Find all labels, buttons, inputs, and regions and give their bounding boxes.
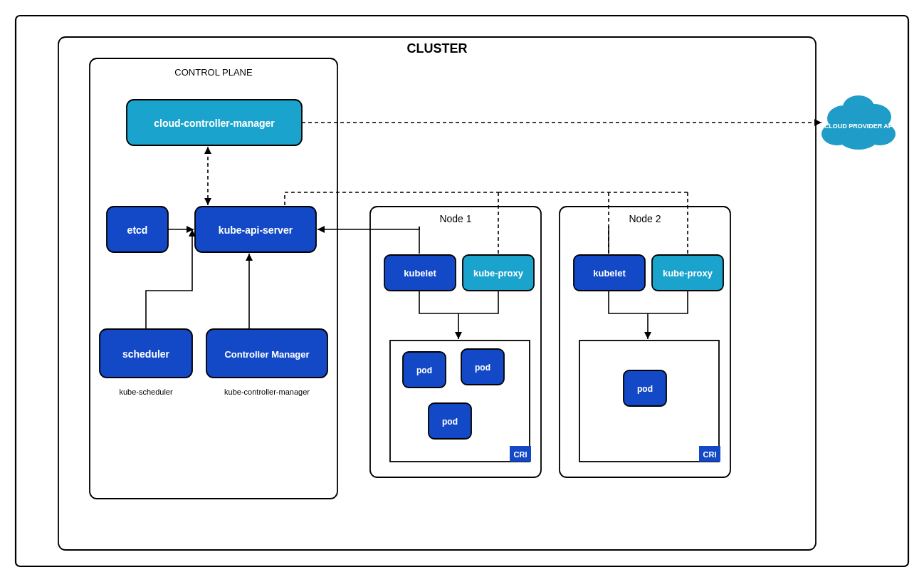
node2-kubelet-label: kubelet	[593, 268, 626, 279]
scheduler-sublabel: kube-scheduler	[119, 388, 173, 396]
controller-manager-sublabel: kube-controller-manager	[224, 388, 310, 396]
node1-cri-label: CRI	[514, 450, 527, 459]
node1-title: Node 1	[439, 213, 471, 224]
scheduler-label: scheduler	[122, 348, 170, 360]
node2-pod1-label: pod	[637, 384, 653, 394]
node1-kubelet-label: kubelet	[404, 268, 436, 279]
node2-cri-label: CRI	[703, 450, 717, 459]
cloud-controller-manager-label: cloud-controller-manager	[154, 118, 275, 129]
node1-pod3-label: pod	[442, 417, 458, 427]
etcd-label: etcd	[127, 224, 148, 236]
node1-pod2-label: pod	[475, 363, 490, 373]
diagram-canvas: CLUSTER CONTROL PLANE cloud-controller-m…	[0, 0, 924, 582]
kube-api-server-label: kube-api-server	[219, 224, 293, 236]
node1-pod1-label: pod	[416, 365, 432, 375]
node1-kubeproxy-label: kube-proxy	[473, 268, 524, 279]
control-plane-title: CONTROL PLANE	[174, 67, 253, 78]
node2-kubeproxy-label: kube-proxy	[663, 268, 713, 279]
cloud-provider-api-label: CLOUD PROVIDER API	[824, 123, 895, 130]
controller-manager-label: Controller Manager	[224, 349, 309, 360]
cloud-provider-api: CLOUD PROVIDER API	[821, 95, 896, 150]
cluster-title: CLUSTER	[407, 41, 468, 56]
node2-frame	[560, 207, 730, 477]
node2-title: Node 2	[629, 213, 661, 224]
